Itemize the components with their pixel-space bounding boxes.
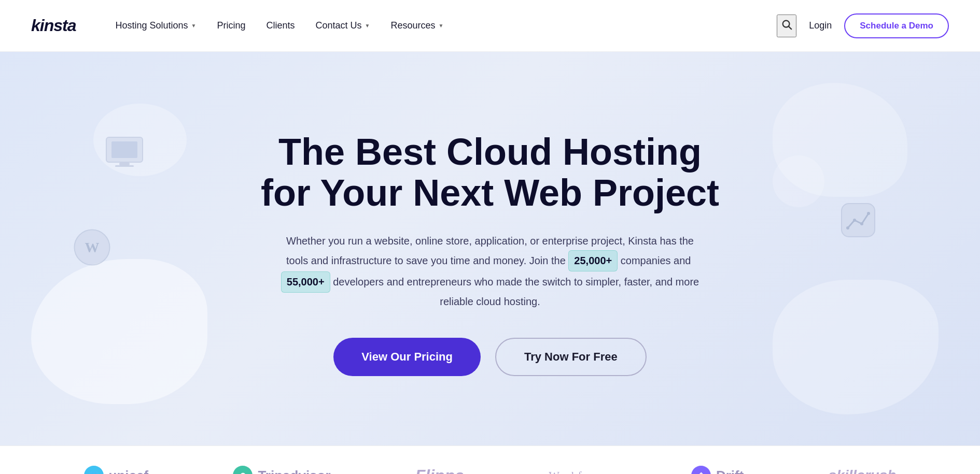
svg-point-12 (867, 212, 870, 215)
nav-hosting-solutions[interactable]: Hosting Solutions ▼ (107, 16, 204, 35)
stat-companies: 25,000+ (568, 250, 618, 271)
drift-label: Drift (716, 468, 744, 475)
unicef-label: unicef (109, 468, 149, 475)
svg-text:W: W (85, 239, 100, 255)
skillcrush-label: skillcrush (829, 467, 897, 474)
svg-point-10 (853, 219, 856, 222)
logo-flippa: Flippa (415, 466, 464, 475)
nav-pricing[interactable]: Pricing (208, 16, 254, 35)
logo-tripadvisor: ⊕ Tripadvisor (233, 466, 330, 474)
workforce-label: Workforce (549, 469, 607, 474)
svg-line-1 (789, 26, 791, 29)
hero-title: The Best Cloud Hosting for Your Next Web… (261, 132, 719, 213)
hero-cta-buttons: View Our Pricing Try Now For Free (261, 338, 719, 376)
main-nav: kinsta Hosting Solutions ▼ Pricing Clien… (0, 0, 980, 52)
search-button[interactable] (777, 15, 796, 37)
chevron-down-icon: ▼ (439, 23, 444, 28)
nav-links: Hosting Solutions ▼ Pricing Clients Cont… (107, 16, 777, 35)
logos-bar: 🌐 unicef ⊕ Tripadvisor Flippa Workforce … (0, 446, 980, 474)
tripadvisor-label: Tripadvisor (258, 468, 330, 475)
nav-right: Login Schedule a Demo (777, 13, 949, 38)
wordpress-icon: W (73, 228, 111, 267)
drift-icon: ◈ (691, 466, 711, 474)
nav-resources[interactable]: Resources ▼ (383, 16, 452, 35)
view-pricing-button[interactable]: View Our Pricing (333, 338, 481, 376)
monitor-icon (104, 135, 145, 168)
stat-developers: 55,000+ (281, 271, 330, 293)
svg-rect-4 (119, 163, 130, 165)
unicef-icon: 🌐 (84, 466, 104, 474)
hero-content: The Best Cloud Hosting for Your Next Web… (261, 132, 719, 376)
svg-point-11 (860, 222, 863, 225)
decorative-blob-5 (773, 155, 824, 207)
svg-rect-5 (115, 165, 134, 167)
try-free-button[interactable]: Try Now For Free (495, 338, 647, 376)
logo-drift: ◈ Drift (691, 466, 744, 474)
logo-workforce: Workforce (549, 469, 607, 474)
decorative-blob-4 (773, 280, 939, 414)
hero-subtitle: Whether you run a website, online store,… (277, 232, 703, 311)
logo-skillcrush: skillcrush (829, 467, 897, 474)
chevron-down-icon: ▼ (365, 23, 370, 28)
svg-rect-8 (842, 204, 875, 237)
logo[interactable]: kinsta (31, 16, 76, 35)
decorative-blob-1 (31, 259, 207, 404)
tripadvisor-icon: ⊕ (233, 466, 253, 474)
flippa-label: Flippa (415, 466, 464, 475)
chevron-down-icon: ▼ (191, 23, 197, 28)
nav-clients[interactable]: Clients (258, 16, 303, 35)
logo-unicef: 🌐 unicef (84, 466, 149, 474)
schedule-demo-button[interactable]: Schedule a Demo (844, 13, 949, 38)
svg-rect-3 (111, 141, 137, 158)
login-link[interactable]: Login (809, 20, 832, 31)
hero-section: W The Best Cloud Hosting for Your Next W… (0, 52, 980, 446)
nav-contact-us[interactable]: Contact Us ▼ (307, 16, 379, 35)
svg-point-9 (846, 226, 849, 229)
chart-icon (840, 202, 876, 238)
search-icon (781, 19, 792, 30)
